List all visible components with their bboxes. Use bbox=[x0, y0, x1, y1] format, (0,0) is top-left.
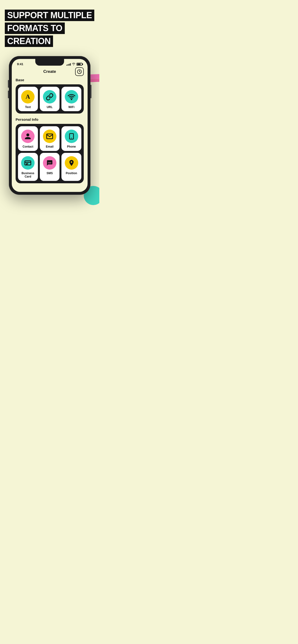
status-time: 9:41 bbox=[17, 62, 23, 66]
wifi-icon-circle bbox=[65, 90, 78, 104]
wifi-label: WiFi bbox=[68, 106, 74, 109]
url-label: URL bbox=[47, 106, 53, 109]
app-content: Base A Text bbox=[12, 77, 88, 192]
personal-info-row2: BusinessCard SMS SMS bbox=[18, 153, 81, 181]
location-icon bbox=[68, 159, 75, 166]
svg-text:A: A bbox=[26, 93, 30, 100]
email-icon bbox=[46, 133, 53, 140]
phone-item[interactable]: Phone bbox=[61, 126, 81, 151]
battery-icon bbox=[77, 63, 82, 66]
business-card-icon-circle bbox=[21, 156, 35, 170]
personal-info-row1: Contact Email bbox=[18, 126, 81, 151]
email-item[interactable]: Email bbox=[40, 126, 60, 151]
volume-down-button bbox=[8, 90, 9, 98]
text-label: Text bbox=[25, 106, 31, 109]
personal-info-grid-section: Contact Email bbox=[16, 124, 84, 183]
phone-icon-circle bbox=[65, 130, 78, 143]
history-button[interactable] bbox=[75, 67, 84, 76]
contact-icon-circle bbox=[21, 130, 35, 143]
page-wrapper: SUPPORT MULTIPLE FORMATS TO CREATION 9:4… bbox=[0, 0, 99, 215]
volume-up-button bbox=[8, 80, 9, 88]
contact-item[interactable]: Contact bbox=[18, 126, 38, 151]
phone-icon bbox=[68, 133, 75, 140]
signal-icon bbox=[66, 63, 71, 66]
text-item[interactable]: A Text bbox=[18, 87, 38, 111]
headline-block: SUPPORT MULTIPLE FORMATS TO CREATION bbox=[5, 10, 95, 48]
personal-info-section-label: Personal Info bbox=[16, 118, 84, 122]
phone-notch bbox=[35, 59, 64, 66]
decor-pink2 bbox=[90, 78, 99, 82]
phone-label: Phone bbox=[67, 145, 76, 148]
battery-fill bbox=[77, 64, 81, 65]
phone-screen: 9:41 bbox=[12, 59, 88, 192]
sms-icon: SMS bbox=[46, 159, 53, 166]
signal-bar-4 bbox=[70, 63, 71, 66]
history-icon bbox=[77, 69, 82, 74]
svg-rect-5 bbox=[25, 161, 31, 165]
signal-bar-2 bbox=[68, 64, 68, 66]
card-icon bbox=[24, 159, 32, 166]
headline-line3: CREATION bbox=[5, 36, 53, 47]
sms-icon-circle: SMS bbox=[43, 156, 56, 170]
business-card-label: BusinessCard bbox=[22, 172, 34, 178]
url-icon-circle bbox=[43, 90, 56, 104]
svg-text:SMS: SMS bbox=[48, 162, 52, 164]
base-grid-row: A Text bbox=[18, 87, 81, 111]
wifi-status-icon bbox=[72, 62, 75, 66]
base-grid-section: A Text bbox=[16, 84, 84, 114]
link-icon bbox=[46, 93, 54, 100]
status-icons bbox=[66, 62, 82, 66]
text-icon: A bbox=[24, 93, 32, 100]
svg-point-2 bbox=[71, 99, 72, 100]
power-button bbox=[90, 85, 91, 98]
url-item[interactable]: URL bbox=[40, 87, 60, 111]
position-item[interactable]: Position bbox=[61, 153, 81, 181]
headline-line2: FORMATS TO bbox=[5, 22, 65, 34]
business-card-item[interactable]: BusinessCard bbox=[18, 153, 38, 181]
headline-line1: SUPPORT MULTIPLE bbox=[5, 10, 94, 21]
signal-bar-1 bbox=[66, 65, 67, 66]
position-label: Position bbox=[66, 172, 77, 175]
signal-bar-3 bbox=[69, 64, 70, 66]
email-icon-circle bbox=[43, 130, 56, 143]
contact-label: Contact bbox=[23, 145, 33, 148]
sms-label: SMS bbox=[47, 172, 53, 175]
text-icon-circle: A bbox=[21, 90, 35, 104]
app-title: Create bbox=[43, 69, 56, 74]
sms-item[interactable]: SMS SMS bbox=[40, 153, 60, 181]
wifi-icon bbox=[68, 93, 75, 100]
email-label: Email bbox=[46, 145, 54, 148]
person-icon bbox=[24, 133, 32, 140]
base-section-label: Base bbox=[16, 78, 84, 82]
position-icon-circle bbox=[65, 156, 78, 170]
app-header: Create bbox=[12, 67, 88, 77]
phone-mockup: 9:41 bbox=[9, 56, 90, 195]
phone-outer: 9:41 bbox=[9, 56, 90, 195]
wifi-item[interactable]: WiFi bbox=[61, 87, 81, 111]
